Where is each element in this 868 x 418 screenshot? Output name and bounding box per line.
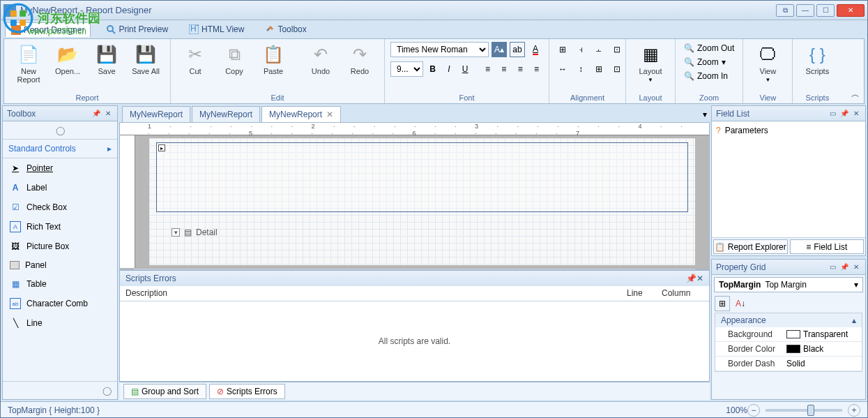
zoom-out-button[interactable]: 🔍Zoom Out: [681, 42, 737, 54]
tab-field-list[interactable]: ≡Field List: [790, 239, 865, 254]
property-grid-panel: Property Grid▭📌✕ TopMarginTop Margin▾ ⊞A…: [711, 259, 866, 400]
toolbox-item-label[interactable]: ALabel: [3, 178, 117, 197]
property-row[interactable]: Border DashSolid: [715, 357, 862, 371]
report-page[interactable]: ▸ ▾▤Detail: [149, 138, 695, 265]
scripts-button[interactable]: { }Scripts: [798, 42, 836, 77]
close-button[interactable]: ✕: [837, 4, 865, 17]
zoom-out-status-button[interactable]: −: [747, 404, 760, 417]
doc-tab-2[interactable]: MyNewReport✕: [261, 106, 341, 122]
toolbox-item-table[interactable]: ▦Table: [3, 274, 117, 294]
minimize-button[interactable]: —: [796, 4, 814, 17]
tabs-dropdown-button[interactable]: ▾: [700, 107, 710, 122]
window-pos-button[interactable]: ▭: [828, 109, 837, 119]
pin-button[interactable]: 📌: [686, 274, 696, 283]
save-icon: 💾: [96, 43, 118, 66]
size-w-button[interactable]: ↔: [555, 61, 570, 77]
redo-button[interactable]: ↷Redo: [341, 42, 379, 77]
pin-button[interactable]: 📌: [839, 262, 849, 272]
restore-down-button[interactable]: ⧉: [776, 4, 794, 17]
size-grid-button[interactable]: ⊞: [591, 61, 607, 77]
italic-button[interactable]: I: [442, 61, 455, 77]
tab-report-designer[interactable]: Report Designer: [5, 22, 91, 37]
align-c-button[interactable]: ⊡: [609, 42, 625, 57]
bold-button[interactable]: B: [426, 61, 439, 77]
size-h-button[interactable]: ↕: [573, 61, 588, 77]
toolbox-item-line[interactable]: ╲Line: [3, 313, 117, 333]
align-justify-button[interactable]: ≡: [530, 61, 543, 77]
panel-close-button[interactable]: ✕: [851, 262, 861, 272]
field-parameters[interactable]: ?Parameters: [715, 124, 862, 137]
tab-group-sort[interactable]: ▤Group and Sort: [123, 384, 206, 399]
doc-tab-1[interactable]: MyNewReport: [192, 106, 260, 122]
doc-tab-0[interactable]: MyNewReport: [122, 106, 190, 122]
band-expand-icon[interactable]: ▸: [158, 144, 165, 151]
detail-band-header[interactable]: ▾▤Detail: [172, 227, 218, 237]
tab-close-button[interactable]: ✕: [326, 110, 333, 119]
property-object-select[interactable]: TopMarginTop Margin▾: [714, 277, 863, 292]
align-grid-button[interactable]: ⊞: [555, 42, 570, 57]
design-surface[interactable]: 1 · · · · · · · 2 · · · · · · · 3 · · · …: [119, 122, 710, 270]
font-size-select[interactable]: 9...: [390, 61, 423, 77]
zoom-slider-thumb[interactable]: [807, 405, 814, 416]
toolbox-item-charcomb[interactable]: abCharacter Comb: [3, 294, 117, 313]
font-color-button[interactable]: A: [528, 42, 543, 57]
zoom-in-status-button[interactable]: +: [848, 404, 860, 417]
html-icon: HTM: [189, 24, 199, 34]
save-all-button[interactable]: 💾Save All: [127, 42, 165, 77]
property-row[interactable]: BackgroundTransparent: [715, 327, 862, 342]
top-margin-band[interactable]: ▸: [156, 142, 688, 212]
overflow-icon[interactable]: ◯: [102, 386, 112, 396]
font-family-select[interactable]: Times New Roman: [390, 42, 489, 57]
toolbox-item-panel[interactable]: Panel: [3, 256, 117, 274]
property-row[interactable]: Border ColorBlack: [715, 342, 862, 357]
svg-text:HTM: HTM: [190, 24, 199, 33]
maximize-button[interactable]: ☐: [816, 4, 835, 17]
size-both-button[interactable]: ⊡: [609, 61, 625, 77]
toolbox-item-richtext[interactable]: ARich Text: [3, 217, 117, 237]
tab-scripts-errors[interactable]: ⊘Scripts Errors: [209, 384, 285, 399]
zoom-slider[interactable]: [766, 409, 842, 412]
paste-button[interactable]: 📋Paste: [254, 42, 292, 77]
copy-button[interactable]: ⧉Copy: [215, 42, 253, 77]
align-center-button[interactable]: ≡: [497, 61, 510, 77]
categorized-button[interactable]: ⊞: [715, 296, 730, 311]
toolbox-section[interactable]: Standard Controls▸: [3, 140, 117, 158]
property-category-appearance[interactable]: Appearance▴: [715, 313, 862, 327]
layout-button[interactable]: ▦Layout▼: [632, 42, 669, 84]
alphabetical-button[interactable]: A↓: [733, 296, 748, 311]
ribbon-group-view: 🖵View▼ View: [743, 39, 793, 103]
zoom-button[interactable]: 🔍Zoom ▾: [681, 56, 729, 68]
open-button[interactable]: 📂Open...: [49, 42, 86, 77]
pin-button[interactable]: 📌: [839, 109, 849, 119]
pin-button[interactable]: 📌: [91, 109, 101, 119]
align-right-button[interactable]: ≡: [514, 61, 527, 77]
toolbox-item-pointer[interactable]: ➤Pointer: [3, 158, 117, 178]
view-button[interactable]: 🖵View▼: [749, 42, 786, 84]
ribbon-collapse-button[interactable]: ︿: [851, 89, 860, 100]
cut-button[interactable]: ✂Cut: [176, 42, 214, 77]
collapse-icon[interactable]: ▾: [172, 228, 180, 237]
tab-toolbox[interactable]: Toolbox: [259, 22, 312, 36]
panel-close-button[interactable]: ✕: [103, 109, 113, 119]
save-button[interactable]: 💾Save: [88, 42, 125, 77]
panel-close-button[interactable]: ✕: [851, 109, 861, 119]
tab-report-explorer[interactable]: 📋Report Explorer: [713, 239, 788, 254]
panel-close-button[interactable]: ✕: [696, 274, 703, 283]
underline-button[interactable]: U: [459, 61, 472, 77]
align-left-button[interactable]: ≡: [481, 61, 494, 77]
toolbox-item-checkbox[interactable]: ☑Check Box: [3, 197, 117, 217]
tab-print-preview[interactable]: Print Preview: [100, 22, 174, 36]
window-pos-button[interactable]: ▭: [828, 262, 837, 272]
font-grow-button[interactable]: A▴: [492, 42, 507, 57]
horizontal-scrollbar[interactable]: [134, 268, 695, 270]
highlight-button[interactable]: ab: [510, 42, 525, 57]
align-v-button[interactable]: ⫠: [591, 42, 607, 57]
zoom-in-button[interactable]: 🔍Zoom In: [681, 70, 731, 82]
chevron-down-icon: ▾: [854, 280, 858, 290]
align-h-button[interactable]: ⫞: [573, 42, 588, 57]
new-report-button[interactable]: 📄New Report: [10, 42, 47, 85]
ribbon-group-report: 📄New Report 📂Open... 💾Save 💾Save All Rep…: [4, 39, 171, 103]
tab-html-view[interactable]: HTMHTML View: [183, 22, 250, 36]
toolbox-item-picturebox[interactable]: 🖼Picture Box: [3, 237, 117, 256]
undo-button[interactable]: ↶Undo: [302, 42, 340, 77]
